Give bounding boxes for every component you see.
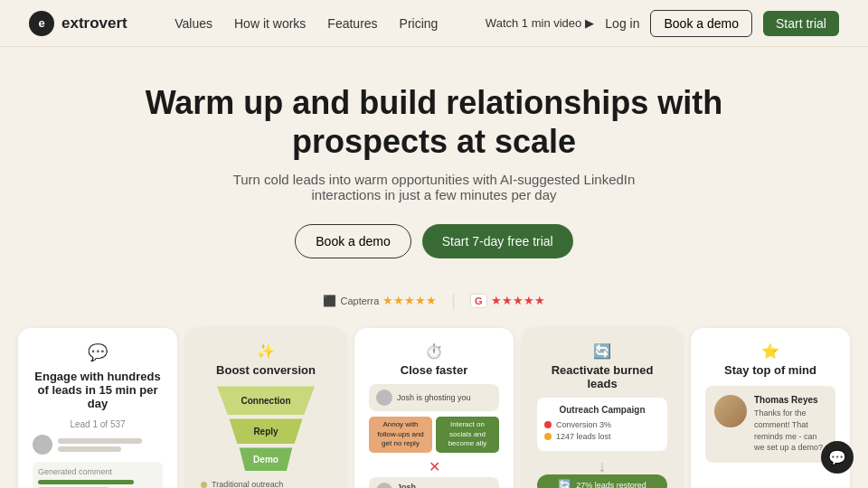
- avatar-inner: [714, 395, 747, 427]
- engage-card: 💬 Engage with hundreds of leads in 15 mi…: [18, 328, 177, 488]
- nav-values[interactable]: Values: [175, 16, 212, 31]
- boost-title: Boost conversion: [201, 363, 331, 377]
- campaign-label: Outreach Campaign: [544, 405, 660, 415]
- lead-avatar: [33, 435, 52, 455]
- restored-badge: 🔄 27% leads restored: [537, 474, 667, 488]
- restored-label: 27% leads restored: [576, 481, 646, 488]
- g2-icon: G: [470, 294, 487, 308]
- bar-1: [58, 438, 142, 444]
- funnel-connection: Connection: [212, 386, 320, 415]
- ghost-avatar: [376, 389, 392, 406]
- boost-card: ✨ Boost conversion Connection Reply Demo…: [186, 328, 345, 488]
- reactivate-title: Reactivate burned leads: [537, 363, 667, 390]
- close-title: Close faster: [369, 363, 499, 377]
- start-trial-nav-button[interactable]: Start trial: [763, 11, 839, 36]
- capterra-badge: ⬛ Capterra ★★★★★: [323, 294, 437, 307]
- g2-stars: ★★★★★: [491, 294, 545, 307]
- navigation: e extrovert Values How it works Features…: [0, 0, 868, 47]
- start-trial-hero-button[interactable]: Start 7-day free trial: [422, 224, 573, 258]
- reactivate-card: 🔄 Reactivate burned leads Outreach Campa…: [523, 328, 682, 488]
- logo-icon: e: [29, 11, 54, 36]
- lead-bars: [58, 438, 163, 452]
- hero-headline: Warm up and build relationships with pro…: [118, 83, 750, 161]
- leads-lost-stat: 1247 leads lost: [544, 432, 660, 441]
- conversion-stat: Conversion 3%: [544, 420, 660, 429]
- hero-section: Warm up and build relationships with pro…: [0, 47, 868, 277]
- engage-icon: 💬: [33, 343, 163, 362]
- dot-orange: [544, 433, 552, 440]
- annoy-choice-button[interactable]: Annoy with follow-ups and get no reply: [369, 417, 432, 452]
- arrow-down-icon: ↓: [537, 458, 667, 474]
- nav-links: Values How it works Features Pricing: [175, 16, 438, 31]
- comment-bar-1: [38, 480, 134, 484]
- reply-content: Josh Sorry, got distracted. I'm interest…: [397, 483, 492, 488]
- nav-right: Watch 1 min video ▶ Log in Book a demo S…: [486, 10, 839, 37]
- nav-pricing[interactable]: Pricing: [400, 16, 439, 31]
- chat-widget-icon: 💬: [828, 449, 846, 466]
- reply-avatar: [376, 483, 392, 488]
- watch-video-link[interactable]: Watch 1 min video ▶: [486, 16, 594, 30]
- play-icon: ▶: [585, 16, 594, 30]
- legend-traditional: Traditional outreach: [201, 480, 331, 488]
- profile-message: Thanks for the comment! That reminds me …: [754, 408, 826, 453]
- ghost-text: Josh is ghosting you: [397, 393, 471, 402]
- login-button[interactable]: Log in: [605, 16, 639, 31]
- chat-widget[interactable]: 💬: [821, 441, 854, 474]
- dot-red: [544, 421, 552, 428]
- hero-subtext: Turn cold leads into warm opportunities …: [199, 172, 669, 202]
- close-icon: ⏱️: [369, 343, 499, 360]
- nav-how[interactable]: How it works: [234, 16, 306, 31]
- top-title: Stay top of mind: [705, 363, 835, 377]
- badge-separator: |: [451, 291, 456, 310]
- profile-card: Thomas Reyes Thanks for the comment! Tha…: [705, 386, 835, 462]
- profile-name: Thomas Reyes: [754, 395, 826, 405]
- campaign-box: Outreach Campaign Conversion 3% 1247 lea…: [537, 398, 667, 451]
- lead-counter: Lead 1 of 537: [33, 419, 163, 429]
- restored-icon: 🔄: [558, 479, 571, 488]
- lead-row: [33, 435, 163, 455]
- book-demo-nav-button[interactable]: Book a demo: [650, 10, 752, 37]
- profile-avatar: [714, 395, 747, 427]
- book-demo-hero-button[interactable]: Book a demo: [295, 224, 411, 258]
- engage-title: Engage with hundreds of leads in 15 min …: [33, 370, 163, 410]
- bar-2: [58, 446, 121, 452]
- hero-buttons: Book a demo Start 7-day free trial: [18, 224, 850, 258]
- close-card: ⏱️ Close faster Josh is ghosting you Ann…: [354, 328, 514, 488]
- funnel-legend: Traditional outreach With Extrovert: [201, 480, 331, 488]
- reply-message: Josh Sorry, got distracted. I'm interest…: [369, 477, 499, 488]
- star-icon: ⭐: [705, 343, 835, 360]
- capterra-stars: ★★★★★: [382, 294, 437, 307]
- funnel-demo: Demo: [237, 447, 296, 471]
- profile-info: Thomas Reyes Thanks for the comment! Tha…: [754, 395, 826, 453]
- x-icon: ✕: [369, 458, 499, 475]
- badges-row: ⬛ Capterra ★★★★★ | G ★★★★★: [0, 291, 868, 310]
- funnel-chart: Connection Reply Demo: [201, 386, 331, 471]
- nav-features[interactable]: Features: [327, 16, 377, 31]
- funnel-reply: Reply: [225, 418, 307, 444]
- dot-traditional: [201, 482, 207, 488]
- legend-traditional-label: Traditional outreach: [212, 480, 283, 488]
- g2-badge: G ★★★★★: [470, 294, 545, 308]
- reply-name: Josh: [397, 483, 492, 488]
- ghost-message: Josh is ghosting you: [369, 384, 499, 411]
- comment-bars: [38, 480, 157, 488]
- generated-comment-box: Generated comment: [33, 462, 163, 488]
- capterra-icon: ⬛: [323, 295, 336, 307]
- leads-lost-text: 1247 leads lost: [556, 432, 611, 441]
- boost-icon: ✨: [201, 343, 331, 360]
- interact-choice-button[interactable]: Interact on socials and become ally: [436, 417, 499, 452]
- conversion-text: Conversion 3%: [556, 420, 611, 429]
- comment-label: Generated comment: [38, 467, 157, 476]
- logo-text: extrovert: [61, 14, 127, 33]
- logo[interactable]: e extrovert: [29, 11, 127, 36]
- choice-buttons: Annoy with follow-ups and get no reply I…: [369, 417, 499, 452]
- capterra-label: Capterra: [340, 296, 379, 306]
- reactivate-icon: 🔄: [537, 343, 667, 360]
- feature-cards: 💬 Engage with hundreds of leads in 15 mi…: [0, 328, 868, 488]
- watch-label: Watch 1 min video: [486, 16, 581, 30]
